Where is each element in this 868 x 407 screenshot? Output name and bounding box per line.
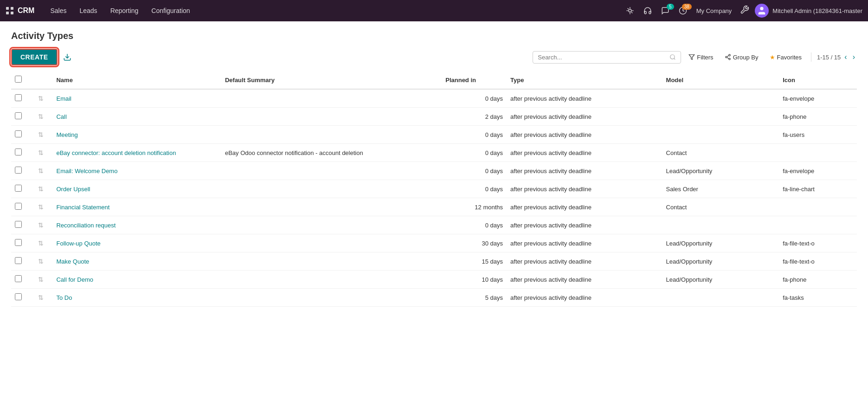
row-checkbox-cell [11,252,34,271]
nav-sales[interactable]: Sales [44,0,73,21]
icon-header[interactable]: Icon [779,71,857,89]
drag-handle[interactable]: ⇅ [38,185,49,193]
drag-handle[interactable]: ⇅ [38,203,49,211]
name-header[interactable]: Name [52,71,221,89]
svg-line-15 [674,58,675,60]
model-header[interactable]: Model [662,71,779,89]
row-checkbox-7[interactable] [15,221,22,228]
nav-leads[interactable]: Leads [73,0,103,21]
group-by-button[interactable]: Group By [721,52,762,63]
tools-icon[interactable] [740,5,749,17]
row-checkbox-2[interactable] [15,130,22,137]
nav-menu: Sales Leads Reporting Configuration [44,0,623,21]
row-checkbox-9[interactable] [15,257,22,264]
row-checkbox-5[interactable] [15,185,22,192]
brand-label[interactable]: CRM [18,6,34,15]
row-model: Lead/Opportunity [662,162,779,180]
row-name[interactable]: Reconciliation request [52,216,221,234]
row-type: after previous activity deadline [507,89,662,108]
filter-icon [688,54,695,60]
drag-handle[interactable]: ⇅ [38,276,49,283]
pagination-next[interactable]: › [851,52,857,62]
filters-button[interactable]: Filters [685,52,717,63]
row-model [662,216,779,234]
row-checkbox-0[interactable] [15,94,22,101]
user-label[interactable]: Mitchell Admin (18284361-master [772,7,862,14]
svg-line-8 [631,12,632,13]
search-input[interactable] [538,54,669,61]
select-all-checkbox[interactable] [15,76,22,83]
row-name[interactable]: Call for Demo [52,271,221,289]
drag-handle[interactable]: ⇅ [38,258,49,265]
star-icon: ★ [770,54,775,61]
row-model: Contact [662,144,779,162]
drag-handle-cell: ⇅ [34,108,52,126]
create-button[interactable]: CREATE [11,49,58,65]
row-checkbox-8[interactable] [15,239,22,246]
apps-icon[interactable] [6,6,14,15]
row-name[interactable]: Call [52,108,221,126]
table-row: ⇅ Financial Statement 12 months after pr… [11,198,857,216]
drag-handle[interactable]: ⇅ [38,167,49,174]
row-model [662,89,779,108]
bug-icon-btn[interactable] [623,5,637,17]
row-name[interactable]: Meeting [52,126,221,144]
row-checkbox-10[interactable] [15,275,22,282]
row-name[interactable]: Email: Welcome Demo [52,162,221,180]
nav-configuration[interactable]: Configuration [145,0,196,21]
type-header[interactable]: Type [507,71,662,89]
drag-handle-cell: ⇅ [34,216,52,234]
drag-handle[interactable]: ⇅ [38,294,49,301]
download-button[interactable] [61,51,73,63]
nav-right: 5 38 My Company Mitchell Admin (18284361… [623,4,862,18]
row-name[interactable]: eBay connector: account deletion notific… [52,144,221,162]
svg-point-12 [760,7,764,10]
activities-icon-btn[interactable]: 38 [676,5,690,17]
table-row: ⇅ Email 0 days after previous activity d… [11,89,857,108]
drag-handle[interactable]: ⇅ [38,221,49,229]
summary-header[interactable]: Default Summary [221,71,442,89]
row-planned: 2 days [442,108,507,126]
row-checkbox-4[interactable] [15,167,22,174]
nav-reporting[interactable]: Reporting [104,0,145,21]
row-planned: 0 days [442,216,507,234]
planned-header[interactable]: Planned in [442,71,507,89]
drag-handle[interactable]: ⇅ [38,149,49,156]
pagination-prev[interactable]: ‹ [842,52,849,62]
drag-handle[interactable]: ⇅ [38,113,49,120]
row-icon: fa-file-text-o [779,234,857,252]
messages-icon-btn[interactable]: 5 [658,5,672,17]
headset-icon-btn[interactable] [641,5,655,17]
row-name[interactable]: Financial Statement [52,198,221,216]
row-checkbox-3[interactable] [15,149,22,155]
activities-badge: 38 [682,4,692,10]
activity-types-table: Name Default Summary Planned in Type Mod… [11,71,857,307]
row-name[interactable]: To Do [52,289,221,307]
row-summary: eBay Odoo connector notification - accou… [221,144,442,162]
search-box [533,51,681,64]
drag-header [34,71,52,89]
row-checkbox-11[interactable] [15,293,22,300]
avatar[interactable] [755,4,769,18]
row-summary [221,289,442,307]
drag-handle[interactable]: ⇅ [38,131,49,138]
row-type: after previous activity deadline [507,108,662,126]
drag-handle[interactable]: ⇅ [38,95,49,102]
row-checkbox-6[interactable] [15,203,22,210]
row-icon: fa-line-chart [779,180,857,198]
row-icon: fa-file-text-o [779,252,857,271]
row-name[interactable]: Email [52,89,221,108]
row-name[interactable]: Order Upsell [52,180,221,198]
drag-handle[interactable]: ⇅ [38,239,49,247]
company-label[interactable]: My Company [696,7,732,14]
row-name[interactable]: Follow-up Quote [52,234,221,252]
row-checkbox-1[interactable] [15,112,22,119]
row-name[interactable]: Make Quote [52,252,221,271]
svg-point-17 [728,54,730,56]
svg-line-20 [727,58,729,58]
table-row: ⇅ Reconciliation request 0 days after pr… [11,216,857,234]
table-row: ⇅ eBay connector: account deletion notif… [11,144,857,162]
group-by-icon [725,54,731,60]
favorites-button[interactable]: ★ Favorites [766,52,805,63]
row-icon: fa-phone [779,108,857,126]
